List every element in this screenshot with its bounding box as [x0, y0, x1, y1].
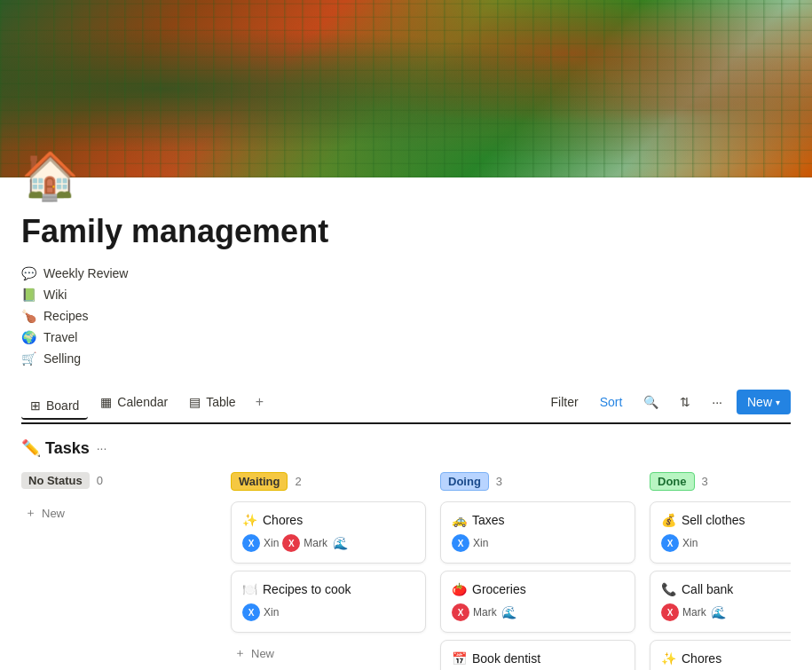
card-recipes-to-cook[interactable]: 🍽️Recipes to cookXXin — [231, 571, 426, 633]
nav-link-recipes[interactable]: 🍗Recipes — [21, 307, 791, 325]
nav-link-weekly-review[interactable]: 💬Weekly Review — [21, 264, 791, 282]
card-title-chores-done: ✨Chores — [661, 651, 791, 666]
nav-link-wiki[interactable]: 📗Wiki — [21, 286, 791, 303]
nav-icon: 📗 — [21, 288, 36, 302]
column-count-doing: 3 — [496, 475, 502, 488]
card-icon: ✨ — [242, 513, 257, 527]
column-no-status: No Status 0 ＋New — [21, 472, 217, 526]
card-title-recipes-to-cook: 🍽️Recipes to cook — [242, 582, 414, 596]
card-icon: 💰 — [661, 513, 676, 527]
nav-icon: 🌍 — [21, 330, 36, 344]
board-options-icon[interactable]: ··· — [97, 441, 107, 455]
tab-table[interactable]: ▤ Table — [180, 390, 244, 414]
tab-table-label: Table — [206, 395, 235, 409]
card-icon: 🍅 — [452, 582, 467, 596]
card-taxes[interactable]: 🚕TaxesXXin — [440, 501, 635, 564]
nav-link-selling[interactable]: 🛒Selling — [21, 350, 791, 367]
avatar-label: Xin — [264, 606, 279, 619]
nav-label: Wiki — [43, 288, 67, 302]
column-count-no-status: 0 — [97, 474, 103, 487]
avatar-label: Xin — [264, 537, 279, 549]
extra-icon: ⇅ — [680, 395, 690, 409]
column-label-doing: Doing — [440, 472, 489, 491]
add-view-button[interactable]: + — [248, 389, 271, 415]
card-title-call-bank: 📞Call bank — [661, 582, 791, 596]
search-button[interactable]: 🔍 — [636, 391, 666, 413]
add-card-button-waiting[interactable]: ＋New — [231, 640, 426, 666]
card-title-text: Chores — [682, 651, 721, 666]
card-title-text: Groceries — [472, 582, 526, 596]
chevron-down-icon: ▾ — [776, 398, 780, 407]
card-avatars-recipes-to-cook: XXin — [242, 603, 414, 621]
add-card-button-no-status[interactable]: ＋New — [21, 500, 217, 526]
card-chores-done[interactable]: ✨ChoresXXinXMark🌊 — [650, 640, 791, 670]
nav-link-travel[interactable]: 🌍Travel — [21, 328, 791, 346]
tab-board-label: Board — [46, 398, 79, 413]
card-title-text: Taxes — [472, 513, 505, 527]
avatar-xin: X — [242, 603, 260, 621]
card-chores[interactable]: ✨ChoresXXinXMark🌊 — [231, 501, 426, 564]
avatar-mark: X — [452, 603, 469, 621]
card-title-taxes: 🚕Taxes — [452, 513, 624, 527]
hero-banner — [0, 0, 812, 177]
nav-label: Recipes — [43, 309, 89, 323]
column-label-waiting: Waiting — [231, 472, 288, 491]
avatar-emoji: 🌊 — [710, 603, 728, 621]
avatar-xin: X — [242, 534, 260, 552]
card-avatars-groceries: XMark🌊 — [452, 603, 624, 621]
card-icon: 🚕 — [452, 513, 467, 527]
card-title-text: Chores — [263, 513, 303, 527]
tab-calendar[interactable]: ▦ Calendar — [91, 390, 177, 414]
column-waiting: Waiting 2 ✨ChoresXXinXMark🌊🍽️Recipes to … — [231, 472, 426, 666]
board-columns: No Status 0 ＋New Waiting 2 ✨ChoresXXinXM… — [21, 472, 791, 670]
toolbar: ⊞ Board ▦ Calendar ▤ Table + Filter Sort… — [21, 389, 791, 424]
plus-icon: ＋ — [234, 645, 246, 661]
card-title-text: Recipes to cook — [263, 582, 351, 596]
card-groceries[interactable]: 🍅GroceriesXMark🌊 — [440, 571, 635, 633]
card-title-sell-clothes: 💰Sell clothes — [661, 513, 791, 527]
card-icon: 🍽️ — [242, 582, 257, 596]
avatar-emoji: 🌊 — [331, 534, 349, 552]
column-label-done: Done — [650, 472, 695, 491]
nav-icon: 🍗 — [21, 309, 36, 323]
sort-label: Sort — [600, 395, 623, 409]
column-count-done: 3 — [702, 475, 708, 488]
card-title-text: Sell clothes — [682, 513, 745, 527]
card-book-dentist[interactable]: 📅Book dentistXMark🌊 — [440, 640, 635, 670]
column-label-no-status: No Status — [21, 472, 90, 489]
card-title-text: Call bank — [682, 582, 733, 596]
new-label: New — [747, 395, 772, 409]
avatar-label: Xin — [473, 537, 488, 549]
avatar-xin: X — [661, 534, 679, 552]
avatar-label: Mark — [304, 537, 327, 549]
tab-calendar-label: Calendar — [117, 395, 168, 409]
new-button[interactable]: New ▾ — [737, 390, 791, 414]
card-call-bank[interactable]: 📞Call bankXMark🌊 — [650, 571, 791, 633]
table-icon: ▤ — [189, 395, 201, 409]
card-title-chores: ✨Chores — [242, 513, 414, 527]
sort-button[interactable]: Sort — [593, 391, 630, 413]
plus-icon: ＋ — [25, 505, 36, 521]
nav-icon: 🛒 — [21, 351, 36, 366]
board-icon: ⊞ — [30, 398, 41, 413]
add-card-label: New — [251, 647, 274, 660]
tab-board[interactable]: ⊞ Board — [21, 393, 88, 420]
dots-icon: ··· — [712, 395, 722, 409]
filter-button[interactable]: Filter — [544, 391, 586, 413]
card-title-groceries: 🍅Groceries — [452, 582, 624, 596]
card-avatars-call-bank: XMark🌊 — [661, 603, 791, 621]
column-count-waiting: 2 — [295, 475, 301, 488]
extra-button[interactable]: ⇅ — [673, 391, 698, 413]
avatar-emoji: 🌊 — [501, 603, 518, 621]
card-icon: ✨ — [661, 651, 676, 666]
more-options-button[interactable]: ··· — [705, 391, 729, 413]
avatar-mark: X — [282, 534, 300, 552]
column-doing: Doing 3 🚕TaxesXXin🍅GroceriesXMark🌊📅Book … — [440, 472, 635, 670]
avatar-label: Mark — [473, 606, 497, 619]
avatar-mark: X — [661, 603, 679, 621]
page-title: Family management — [21, 213, 791, 250]
card-sell-clothes[interactable]: 💰Sell clothesXXin — [650, 501, 791, 564]
card-icon: 📅 — [452, 651, 467, 666]
avatar-label: Xin — [682, 537, 698, 549]
column-done: Done 3 💰Sell clothesXXin📞Call bankXMark🌊… — [650, 472, 791, 670]
